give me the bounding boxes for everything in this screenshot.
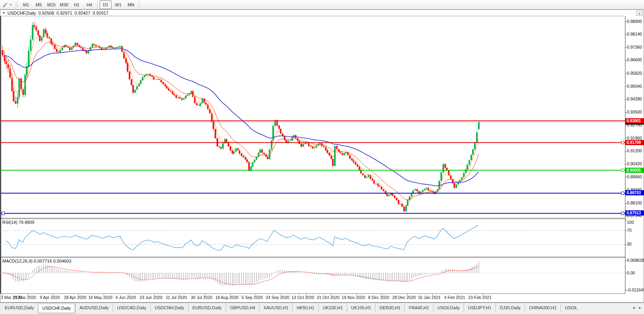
- line-tool-icon: [3, 2, 8, 8]
- chart-tab-fra40-h1[interactable]: FRA40,H1: [404, 304, 433, 312]
- toolbar-grip: [15, 2, 17, 8]
- timeframe-button-m1[interactable]: M1: [20, 0, 32, 9]
- timeframe-button-d1[interactable]: D1: [100, 0, 112, 9]
- chart-tab-ger30-h1[interactable]: GER30,H1: [375, 304, 404, 312]
- timeframe-buttons: M1M5M15M30H1H4D1W1MN: [20, 0, 137, 9]
- chart-tab-china300-h1[interactable]: CHINA300,H1: [525, 304, 561, 312]
- chart-tab-hk50-h1[interactable]: HK50,H1: [292, 304, 318, 312]
- chart-tab-eurusd-daily[interactable]: EURUSD,Daily: [188, 304, 226, 312]
- tab-scroll-buttons: ◄ ►: [631, 305, 643, 311]
- chart-tab-usdjpy-h1[interactable]: USDJPY,H1: [464, 304, 495, 312]
- timeframe-button-m15[interactable]: M15: [45, 0, 57, 9]
- chart-tab-eurusd-daily[interactable]: EURUSD,Daily: [1, 304, 38, 312]
- chart-tab-usoil-[interactable]: USOil,: [561, 304, 581, 312]
- chart-tab-usdcad-daily[interactable]: USDCAD,Daily: [113, 304, 150, 312]
- timeframe-button-w1[interactable]: W1: [112, 0, 124, 9]
- tool-caret-icon: ▼: [9, 4, 12, 6]
- trading-app-window: ▼ M1M5M15M30H1H4D1W1MN ▼ USDCHF,Daily 0.…: [0, 0, 644, 314]
- chart-tab-usdchf-daily[interactable]: USDCHF,Daily: [38, 304, 75, 313]
- timeframe-button-h1[interactable]: H1: [71, 0, 83, 9]
- toolbar-separator: [97, 1, 98, 8]
- open-value: 0.92508: [38, 11, 54, 15]
- tab-scroll-right-icon[interactable]: ►: [637, 305, 643, 311]
- timeframe-toolbar: ▼ M1M5M15M30H1H4D1W1MN: [0, 0, 644, 9]
- tabs-container: EURUSD,DailyUSDCHF,DailyAUDUSD,DailyUSDC…: [1, 304, 581, 313]
- chart-tab-gbpusd-h4[interactable]: GBPUSD,H4: [226, 304, 259, 312]
- chart-title: ▼ USDCHF,Daily 0.92508 0.92971 0.92427 0…: [2, 10, 108, 15]
- line-tools-button[interactable]: ▼: [2, 1, 13, 9]
- timeframe-button-h4[interactable]: H4: [83, 0, 95, 9]
- price-chart-canvas[interactable]: [0, 9, 644, 303]
- chart-window: ▼ USDCHF,Daily 0.92508 0.92971 0.92427 0…: [0, 9, 644, 303]
- chart-tab-bar: EURUSD,DailyUSDCHF,DailyAUDUSD,DailyUSDC…: [0, 303, 644, 314]
- timeframe-button-m30[interactable]: M30: [58, 0, 70, 9]
- chart-tab-uk100-h1[interactable]: UK100,H1: [318, 304, 347, 312]
- toolbar-separator: [139, 1, 139, 8]
- chart-tab-usoil-daily[interactable]: USOil,Daily: [433, 304, 464, 312]
- timeframe-button-m5[interactable]: M5: [33, 0, 45, 9]
- timeframe-button-mn[interactable]: MN: [125, 0, 137, 9]
- symbol-label: USDCHF,Daily: [8, 11, 36, 15]
- chart-tab-uk100-h1[interactable]: UK100,H1: [347, 304, 375, 312]
- low-value: 0.92427: [75, 11, 91, 15]
- symbol-dropdown-icon[interactable]: ▼: [2, 11, 5, 14]
- scroll-up-button[interactable]: ▲: [636, 11, 643, 16]
- chart-tab-xauusd-h1[interactable]: XAUUSD,H1: [259, 304, 292, 312]
- close-value: 0.92917: [93, 11, 108, 15]
- tab-scroll-left-icon[interactable]: ◄: [631, 305, 637, 311]
- high-value: 0.92971: [57, 11, 72, 15]
- chart-tab-audusd-daily[interactable]: AUDUSD,Daily: [75, 304, 113, 312]
- chart-tab-dj30-daily[interactable]: DJ30,Daily: [495, 304, 525, 312]
- chart-tab-usdcnh-daily[interactable]: USDCNH,Daily: [150, 304, 188, 312]
